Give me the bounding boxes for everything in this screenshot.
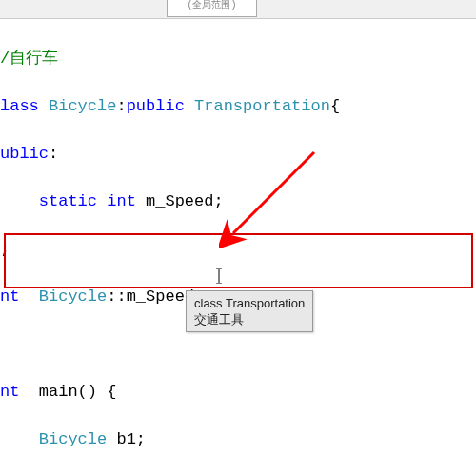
- type-bicycle: Bicycle: [39, 430, 107, 448]
- scope-dropdown[interactable]: (全局范围): [167, 0, 257, 17]
- main-decl: main() {: [30, 383, 117, 401]
- tooltip-line-1: class Transportation: [194, 295, 305, 311]
- kw-int: nt: [0, 383, 30, 401]
- indent: [0, 192, 39, 210]
- type-transportation: Transportation: [194, 97, 330, 115]
- kw-public: ublic: [0, 145, 49, 163]
- comment-text: /自行车: [0, 50, 58, 68]
- code-editor[interactable]: /自行车 lass Bicycle:public Transportation{…: [0, 19, 476, 476]
- type-bicycle: Bicycle: [49, 97, 116, 115]
- kw-int: int: [107, 192, 146, 210]
- tooltip-line-2: 交通工具: [194, 311, 305, 327]
- kw-public: public: [127, 97, 194, 115]
- semicolon: ;: [0, 240, 10, 258]
- ident-b1: b1;: [107, 430, 146, 448]
- kw-static: static: [39, 192, 107, 210]
- tab-bar: (全局范围): [0, 0, 476, 19]
- colon: :: [116, 97, 126, 115]
- type-bicycle: Bicycle: [39, 288, 107, 306]
- colon: :: [49, 145, 58, 163]
- kw-class: lass: [0, 97, 49, 115]
- indent: [0, 430, 39, 448]
- ident-mspeed: m_Speed;: [146, 192, 224, 210]
- intellisense-tooltip: class Transportation 交通工具: [186, 290, 313, 332]
- brace-open: {: [330, 97, 340, 115]
- kw-int: nt: [0, 288, 39, 306]
